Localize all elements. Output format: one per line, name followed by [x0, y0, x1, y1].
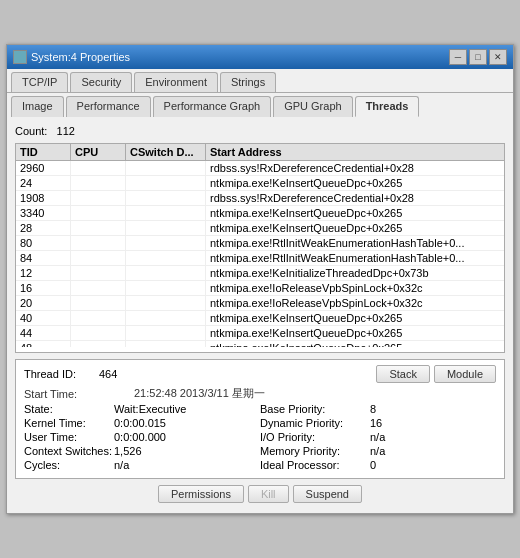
io-priority-value: n/a	[370, 431, 385, 443]
thread-info-section: Thread ID: 464 Stack Module Start Time: …	[15, 359, 505, 479]
table-row[interactable]: 24 ntkmipa.exe!KeInsertQueueDpc+0x265	[16, 176, 504, 191]
cell-address: ntkmipa.exe!RtlInitWeakEnumerationHashTa…	[206, 236, 504, 250]
table-row[interactable]: 40 ntkmipa.exe!KeInsertQueueDpc+0x265	[16, 311, 504, 326]
cell-tid: 20	[16, 296, 71, 310]
cell-address: ntkmipa.exe!KeInsertQueueDpc+0x265	[206, 326, 504, 340]
cell-cswitch	[126, 251, 206, 265]
state-field: State: Wait:Executive	[24, 403, 260, 415]
col-cswitch[interactable]: CSwitch D...	[126, 144, 206, 160]
table-body: 2960 rdbss.sys!RxDereferenceCredential+0…	[16, 161, 504, 347]
cell-cpu	[71, 266, 126, 280]
thread-id-label: Thread ID:	[24, 368, 99, 380]
table-row[interactable]: 20 ntkmipa.exe!IoReleaseVpbSpinLock+0x32…	[16, 296, 504, 311]
kill-button[interactable]: Kill	[248, 485, 289, 503]
tab-environment[interactable]: Environment	[134, 72, 218, 92]
count-value: 112	[57, 125, 75, 137]
cell-address: ntkmipa.exe!IoReleaseVpbSpinLock+0x32c	[206, 281, 504, 295]
title-bar-controls: ─ □ ✕	[449, 49, 507, 65]
permissions-button[interactable]: Permissions	[158, 485, 244, 503]
cell-address: ntkmipa.exe!RtlInitWeakEnumerationHashTa…	[206, 251, 504, 265]
tab-threads[interactable]: Threads	[355, 96, 420, 117]
tab-gpu-graph[interactable]: GPU Graph	[273, 96, 352, 117]
base-priority-value: 8	[370, 403, 376, 415]
thread-id-field: Thread ID: 464	[24, 368, 117, 380]
table-row[interactable]: 3340 ntkmipa.exe!KeInsertQueueDpc+0x265	[16, 206, 504, 221]
memory-priority-field: Memory Priority: n/a	[260, 445, 496, 457]
table-row[interactable]: 12 ntkmipa.exe!KeInitializeThreadedDpc+0…	[16, 266, 504, 281]
cell-cswitch	[126, 311, 206, 325]
cell-tid: 28	[16, 221, 71, 235]
cell-address: ntkmipa.exe!KeInitializeThreadedDpc+0x73…	[206, 266, 504, 280]
maximize-button[interactable]: □	[469, 49, 487, 65]
bottom-buttons: Permissions Kill Suspend	[15, 485, 505, 507]
context-switches-field: Context Switches: 1,526	[24, 445, 260, 457]
cell-cswitch	[126, 191, 206, 205]
module-button[interactable]: Module	[434, 365, 496, 383]
table-row[interactable]: 1908 rdbss.sys!RxDereferenceCredential+0…	[16, 191, 504, 206]
minimize-button[interactable]: ─	[449, 49, 467, 65]
thread-id-value: 464	[99, 368, 117, 380]
cell-address: ntkmipa.exe!IoReleaseVpbSpinLock+0x32c	[206, 296, 504, 310]
kernel-time-value: 0:0:00.015	[114, 417, 166, 429]
table-row[interactable]: 48 ntkmipa.exe!KeInsertQueueDpc+0x265	[16, 341, 504, 347]
ideal-processor-value: 0	[370, 459, 376, 471]
base-priority-label: Base Priority:	[260, 403, 370, 415]
cell-address: ntkmipa.exe!KeInsertQueueDpc+0x265	[206, 206, 504, 220]
io-priority-field: I/O Priority: n/a	[260, 431, 496, 443]
window-title: System:4 Properties	[31, 51, 130, 63]
cell-cpu	[71, 281, 126, 295]
cell-tid: 44	[16, 326, 71, 340]
user-time-field: User Time: 0:0:00.000	[24, 431, 260, 443]
state-row: State: Wait:Executive Base Priority: 8	[24, 403, 496, 415]
ideal-processor-field: Ideal Processor: 0	[260, 459, 496, 471]
cell-tid: 84	[16, 251, 71, 265]
cycles-field: Cycles: n/a	[24, 459, 260, 471]
tab-performance[interactable]: Performance	[66, 96, 151, 117]
cell-tid: 48	[16, 341, 71, 347]
state-label: State:	[24, 403, 114, 415]
col-tid[interactable]: TID	[16, 144, 71, 160]
stack-module-buttons: Stack Module	[376, 365, 496, 383]
title-bar-left: System:4 Properties	[13, 50, 130, 64]
table-row[interactable]: 16 ntkmipa.exe!IoReleaseVpbSpinLock+0x32…	[16, 281, 504, 296]
user-time-row: User Time: 0:0:00.000 I/O Priority: n/a	[24, 431, 496, 443]
tab-security[interactable]: Security	[70, 72, 132, 92]
dynamic-priority-field: Dynamic Priority: 16	[260, 417, 496, 429]
cell-tid: 3340	[16, 206, 71, 220]
dynamic-priority-label: Dynamic Priority:	[260, 417, 370, 429]
stack-button[interactable]: Stack	[376, 365, 430, 383]
table-row[interactable]: 80 ntkmipa.exe!RtlInitWeakEnumerationHas…	[16, 236, 504, 251]
user-time-value: 0:0:00.000	[114, 431, 166, 443]
tab-strings[interactable]: Strings	[220, 72, 276, 92]
cell-cpu	[71, 221, 126, 235]
close-button[interactable]: ✕	[489, 49, 507, 65]
table-row[interactable]: 44 ntkmipa.exe!KeInsertQueueDpc+0x265	[16, 326, 504, 341]
app-icon	[13, 50, 27, 64]
start-time-label: Start Time:	[24, 388, 134, 400]
memory-priority-value: n/a	[370, 445, 385, 457]
col-address[interactable]: Start Address	[206, 144, 504, 160]
user-time-label: User Time:	[24, 431, 114, 443]
io-priority-label: I/O Priority:	[260, 431, 370, 443]
start-time-row: Start Time: 21:52:48 2013/3/11 星期一	[24, 386, 496, 401]
cell-cswitch	[126, 341, 206, 347]
context-switches-value: 1,526	[114, 445, 142, 457]
cell-tid: 2960	[16, 161, 71, 175]
kernel-time-row: Kernel Time: 0:0:00.015 Dynamic Priority…	[24, 417, 496, 429]
table-row[interactable]: 84 ntkmipa.exe!RtlInitWeakEnumerationHas…	[16, 251, 504, 266]
cell-cswitch	[126, 266, 206, 280]
cell-cpu	[71, 161, 126, 175]
cell-cpu	[71, 251, 126, 265]
count-label: Count:	[15, 125, 47, 137]
col-cpu[interactable]: CPU	[71, 144, 126, 160]
cell-cswitch	[126, 206, 206, 220]
cell-cswitch	[126, 296, 206, 310]
tab-performance-graph[interactable]: Performance Graph	[153, 96, 272, 117]
cell-address: ntkmipa.exe!KeInsertQueueDpc+0x265	[206, 221, 504, 235]
tab-image[interactable]: Image	[11, 96, 64, 117]
cell-cpu	[71, 311, 126, 325]
table-row[interactable]: 2960 rdbss.sys!RxDereferenceCredential+0…	[16, 161, 504, 176]
suspend-button[interactable]: Suspend	[293, 485, 362, 503]
tab-tcpip[interactable]: TCP/IP	[11, 72, 68, 92]
table-row[interactable]: 28 ntkmipa.exe!KeInsertQueueDpc+0x265	[16, 221, 504, 236]
